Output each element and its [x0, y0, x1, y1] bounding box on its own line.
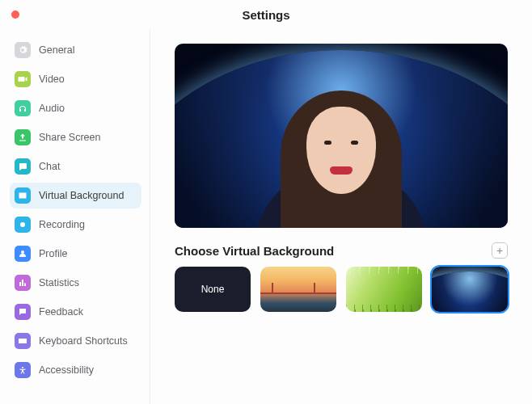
background-option-none[interactable]: None: [175, 267, 251, 312]
keyboard-icon: [15, 333, 31, 349]
sidebar-item-accessibility[interactable]: Accessibility: [10, 357, 141, 383]
chat-icon: [15, 158, 31, 175]
sidebar-item-label: General: [39, 44, 74, 56]
settings-main: Choose Virtual Background + None: [150, 29, 532, 404]
feedback-icon: [15, 304, 31, 320]
sidebar-item-label: Chat: [39, 161, 60, 172]
accessibility-icon: [15, 362, 31, 378]
sidebar-item-label: Audio: [39, 103, 65, 114]
sidebar-item-label: Accessibility: [39, 364, 94, 376]
profile-icon: [15, 246, 31, 262]
background-option-grass[interactable]: [346, 267, 422, 312]
video-preview: [175, 44, 508, 228]
headphones-icon: [15, 100, 31, 116]
background-option-earth[interactable]: [432, 267, 508, 312]
stats-icon: [15, 275, 31, 291]
thumb-none-label: None: [201, 284, 225, 295]
sidebar-item-label: Virtual Background: [39, 190, 124, 201]
titlebar: Settings: [0, 0, 532, 29]
close-window-dot[interactable]: [11, 11, 19, 19]
sidebar-item-chat[interactable]: Chat: [10, 154, 141, 179]
sidebar-item-label: Statistics: [39, 277, 79, 288]
sidebar-item-label: Keyboard Shortcuts: [39, 335, 128, 347]
sidebar-item-audio[interactable]: Audio: [10, 95, 141, 121]
sidebar-item-feedback[interactable]: Feedback: [10, 299, 141, 325]
person-graphic: [268, 82, 414, 228]
earth-graphic: [175, 50, 508, 228]
sidebar-item-recording[interactable]: Recording: [10, 212, 141, 238]
sidebar-item-general[interactable]: General: [10, 37, 141, 63]
background-thumbnails: None: [175, 267, 508, 312]
settings-sidebar: GeneralVideoAudioShare ScreenChatVirtual…: [0, 29, 150, 404]
sidebar-item-label: Feedback: [39, 306, 83, 318]
background-icon: [15, 187, 31, 204]
sidebar-item-statistics[interactable]: Statistics: [10, 270, 141, 296]
sidebar-item-video[interactable]: Video: [10, 66, 141, 92]
record-icon: [15, 217, 31, 233]
share-icon: [15, 129, 31, 145]
sidebar-item-profile[interactable]: Profile: [10, 241, 141, 267]
sidebar-item-label: Recording: [39, 219, 85, 230]
sidebar-item-label: Video: [39, 74, 65, 85]
video-icon: [15, 71, 31, 87]
sidebar-item-keyboard-shortcuts[interactable]: Keyboard Shortcuts: [10, 328, 141, 354]
sidebar-item-share-screen[interactable]: Share Screen: [10, 124, 141, 150]
window-title: Settings: [242, 8, 289, 22]
section-title: Choose Virtual Background: [175, 244, 334, 258]
svg-point-0: [20, 222, 25, 227]
add-background-button[interactable]: +: [492, 242, 508, 259]
sidebar-item-label: Share Screen: [39, 132, 100, 143]
background-option-bridge[interactable]: [260, 267, 336, 312]
sidebar-item-virtual-background[interactable]: Virtual Background: [10, 183, 141, 208]
sidebar-item-label: Profile: [39, 248, 67, 259]
gear-icon: [15, 42, 31, 58]
